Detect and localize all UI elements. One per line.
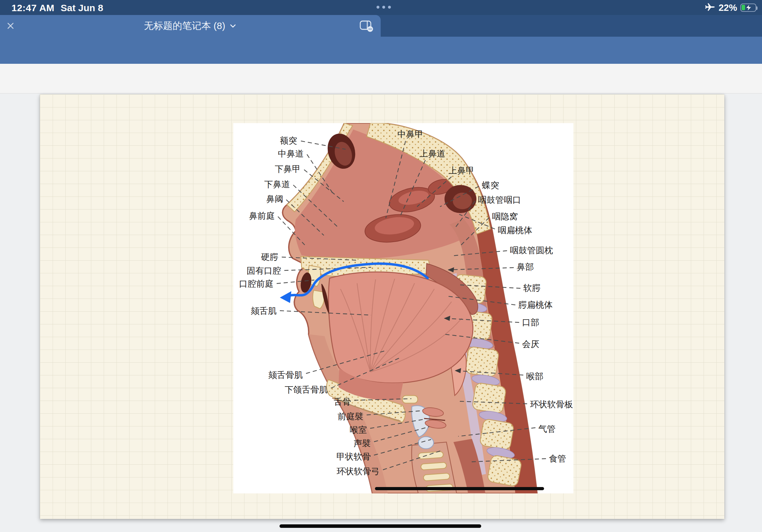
notebook-page[interactable]: 额突中鼻道下鼻甲下鼻道鼻阈鼻前庭硬腭固有口腔口腔前庭颏舌肌颏舌骨肌下颌舌骨肌舌骨… <box>40 95 724 519</box>
anatomy-label: 声襞 <box>353 438 371 448</box>
anatomy-label: 蝶突 <box>482 180 499 190</box>
anatomy-label: 甲状软骨 <box>336 452 371 461</box>
anatomy-label: 下颌舌骨肌 <box>285 385 328 395</box>
notebook-title[interactable]: 无标题的笔记本 (8) <box>0 15 381 37</box>
multitasking-dots-icon[interactable] <box>377 6 391 9</box>
anatomy-image[interactable]: 额突中鼻道下鼻甲下鼻道鼻阈鼻前庭硬腭固有口腔口腔前庭颏舌肌颏舌骨肌下颌舌骨肌舌骨… <box>233 123 573 494</box>
status-bar: 12:47 AM Sat Jun 8 22% <box>0 0 762 15</box>
editing-toolbar <box>0 64 762 94</box>
canvas-area: 额突中鼻道下鼻甲下鼻道鼻阈鼻前庭硬腭固有口腔口腔前庭颏舌肌颏舌骨肌下颌舌骨肌舌骨… <box>0 94 762 532</box>
home-indicator[interactable] <box>279 524 481 528</box>
chevron-down-icon <box>229 22 237 30</box>
tab-bar: 无标题的笔记本 (8) <box>0 15 762 37</box>
airplane-mode-icon <box>705 2 716 13</box>
anatomy-label: 中鼻道 <box>278 149 304 159</box>
main-toolbar <box>0 37 762 64</box>
anatomy-label: 喉部 <box>526 371 543 381</box>
anatomy-label: 固有口腔 <box>247 266 281 276</box>
battery-charging-icon <box>740 4 756 12</box>
anatomy-label: 食管 <box>549 454 566 463</box>
anatomy-label: 硬腭 <box>261 252 278 262</box>
anatomy-label: 下鼻道 <box>264 179 290 189</box>
anatomy-label: 颏舌骨肌 <box>268 370 303 380</box>
anatomy-label: 软腭 <box>523 283 541 293</box>
anatomy-label: 环状软骨弓 <box>337 467 380 476</box>
anatomy-label: 前庭襞 <box>338 412 363 421</box>
anatomy-label: 口部 <box>522 318 539 327</box>
anatomy-label: 咽鼓管咽口 <box>478 195 521 205</box>
anatomy-label: 舌骨 <box>334 397 351 407</box>
anatomy-label: 中鼻甲 <box>398 129 423 139</box>
anatomy-label: 口腔前庭 <box>239 279 273 289</box>
ipad-screen: 12:47 AM Sat Jun 8 22% 无标题的笔记本 (8) <box>0 0 762 532</box>
anatomy-label: 会厌 <box>522 339 539 349</box>
split-view-icon[interactable] <box>358 18 374 33</box>
hyoid-bone <box>402 395 418 403</box>
anatomy-label: 咽隐窝 <box>492 212 518 221</box>
battery-percent: 22% <box>719 3 737 13</box>
anatomy-label: 下鼻甲 <box>275 164 301 174</box>
anatomy-label: 咽扁桃体 <box>498 226 532 235</box>
anatomy-label: 鼻部 <box>517 262 534 272</box>
anatomy-label: 喉室 <box>350 425 367 435</box>
anatomy-label: 鼻阈 <box>266 194 283 204</box>
anatomy-label: 颏舌肌 <box>251 306 277 316</box>
notebook-tab[interactable]: 无标题的笔记本 (8) <box>0 15 381 37</box>
anatomy-label: 额突 <box>280 136 297 146</box>
anatomy-label: 上鼻甲 <box>449 166 475 175</box>
clock: 12:47 AM <box>12 3 54 13</box>
anatomy-label: 气管 <box>538 424 556 434</box>
anatomy-label: 腭扁桃体 <box>518 300 553 310</box>
cricoid-cartilage <box>418 436 434 449</box>
anatomy-label: 鼻前庭 <box>249 211 275 221</box>
anatomy-label: 咽鼓管圆枕 <box>510 245 553 255</box>
anatomy-label: 上鼻道 <box>419 149 445 159</box>
anatomy-label: 环状软骨板 <box>530 400 573 409</box>
date: Sat Jun 8 <box>61 3 103 13</box>
